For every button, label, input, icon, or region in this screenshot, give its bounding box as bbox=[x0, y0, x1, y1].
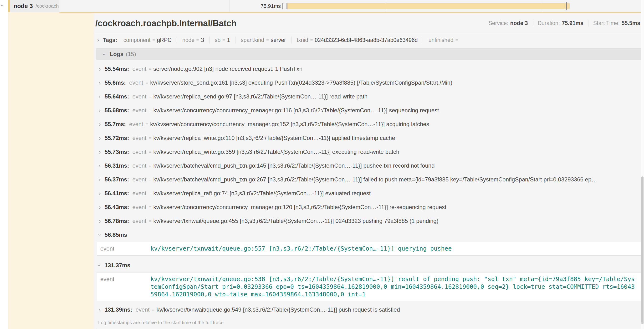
log-entry[interactable]: › 56.78ms: event = kv/kvserver/txnwait/q… bbox=[95, 214, 642, 228]
tag-key: unfinished bbox=[428, 37, 454, 44]
log-timestamp: 131.37ms bbox=[105, 262, 130, 269]
span-color-accent bbox=[8, 0, 10, 12]
logs-footer-note: Log timestamps are relative to the start… bbox=[96, 318, 642, 329]
tag-item: span.kind = server bbox=[241, 37, 286, 44]
tags-section-toggle[interactable]: › Tags: component = gRPC node = 3 sb = 1… bbox=[95, 34, 642, 47]
tag-item: component = gRPC bbox=[124, 37, 172, 44]
equals-sign: = bbox=[149, 66, 151, 72]
span-detail-header: /cockroach.roachpb.Internal/Batch Servic… bbox=[95, 13, 642, 34]
log-entry[interactable]: › 55.73ms: event = kv/kvserver/replica_w… bbox=[95, 145, 642, 159]
log-timestamp: 56.85ms bbox=[105, 232, 127, 238]
log-entry[interactable]: › 55.68ms: event = kv/kvserver/concurren… bbox=[95, 104, 642, 117]
log-field: event bbox=[132, 148, 146, 155]
tag-divider bbox=[423, 36, 423, 44]
chevron-right-icon: › bbox=[99, 190, 101, 196]
equals-sign: = bbox=[149, 149, 151, 154]
log-field: event bbox=[136, 306, 150, 313]
log-field: event bbox=[129, 80, 143, 86]
log-entry[interactable]: › 56.41ms: event = kv/kvserver/replica_r… bbox=[95, 186, 642, 200]
scrollbar-thumb[interactable] bbox=[642, 176, 644, 324]
log-entry-expanded-header[interactable]: › 131.37ms bbox=[95, 258, 642, 272]
span-duration-bar[interactable] bbox=[288, 3, 570, 9]
log-list: › 55.54ms: event = server/node.go:902 [n… bbox=[95, 60, 642, 329]
chevron-right-icon: › bbox=[99, 94, 101, 100]
log-field: event bbox=[132, 218, 146, 224]
log-field: event bbox=[132, 162, 146, 169]
tag-item: txnid = 024d3323-6c8f-4863-aa8b-37ab0e63… bbox=[297, 37, 418, 44]
equals-sign: = bbox=[222, 38, 225, 43]
timeline-track[interactable]: 75.91ms bbox=[59, 0, 644, 12]
equals-sign: = bbox=[152, 307, 154, 312]
chevron-right-icon: › bbox=[99, 149, 101, 155]
log-detail-value: kv/kvserver/txnwait/queue.go:538 [n3,s3,… bbox=[150, 275, 635, 298]
log-entry[interactable]: › 56.37ms: event = kv/kvserver/batcheval… bbox=[95, 172, 642, 186]
vertical-scrollbar[interactable] bbox=[641, 0, 644, 329]
log-timestamp: 56.41ms: bbox=[105, 190, 129, 197]
log-detail-table: event kv/kvserver/txnwait/queue.go:557 [… bbox=[97, 242, 642, 256]
log-timestamp: 55.72ms: bbox=[105, 135, 129, 141]
trace-span-detail-view: › node 3 /cockroach.roach… 75.91ms /cock… bbox=[0, 0, 644, 329]
equals-sign: = bbox=[146, 122, 148, 127]
equals-sign: = bbox=[152, 38, 155, 43]
log-timestamp: 131.39ms: bbox=[105, 306, 132, 313]
equals-sign: = bbox=[456, 38, 458, 43]
log-entry[interactable]: › 56.43ms: event = kv/kvserver/concurren… bbox=[95, 200, 642, 214]
equals-sign: = bbox=[149, 204, 151, 210]
log-entry[interactable]: › 55.6ms: event = kv/kvserver/store_send… bbox=[95, 76, 642, 90]
log-timestamp: 55.64ms: bbox=[105, 93, 129, 100]
log-timestamp: 55.6ms: bbox=[105, 80, 126, 86]
chevron-right-icon: › bbox=[97, 37, 99, 43]
equals-sign: = bbox=[149, 177, 151, 182]
log-entry[interactable]: › 55.72ms: event = kv/kvserver/replica_w… bbox=[95, 131, 642, 145]
chevron-down-icon[interactable]: › bbox=[0, 4, 6, 7]
log-entry[interactable]: › 131.39ms: event = kv/kvserver/txnwait/… bbox=[95, 303, 642, 316]
equals-sign: = bbox=[149, 136, 151, 141]
meta-divider bbox=[588, 20, 588, 26]
log-value: kv/kvserver/replica_write.go:359 [n3,s3,… bbox=[153, 148, 399, 155]
duration-value: 75.91ms bbox=[562, 20, 584, 26]
log-field: event bbox=[100, 275, 150, 298]
log-field: event bbox=[132, 204, 146, 210]
tag-item: node = 3 bbox=[182, 37, 204, 44]
tags-label: Tags: bbox=[103, 37, 117, 44]
equals-sign: = bbox=[149, 108, 151, 113]
logs-section-toggle[interactable]: › Logs (15) bbox=[96, 48, 642, 60]
chevron-down-icon: › bbox=[101, 53, 108, 55]
log-timestamp: 56.37ms: bbox=[105, 176, 129, 183]
log-timestamp: 55.54ms: bbox=[105, 66, 129, 72]
log-value: kv/kvserver/store_send.go:161 [n3,s3] ex… bbox=[150, 80, 452, 86]
log-field: event bbox=[132, 93, 146, 100]
log-timestamp: 55.68ms: bbox=[105, 107, 129, 114]
log-timestamp: 56.78ms: bbox=[105, 218, 129, 224]
log-detail-line: 59864.162819000,0 wto=false max=16043598… bbox=[150, 290, 635, 298]
chevron-down-icon: › bbox=[96, 234, 103, 236]
duration-label: Duration: bbox=[538, 20, 560, 26]
chevron-right-icon: › bbox=[99, 107, 101, 114]
tag-divider bbox=[235, 36, 236, 44]
log-detail-line: temConfigSpan/Start pri=0.03293366 epo=0… bbox=[150, 283, 635, 290]
log-entry[interactable]: › 55.54ms: event = server/node.go:902 [n… bbox=[95, 62, 642, 76]
service-value: node 3 bbox=[510, 20, 528, 26]
tag-key: node bbox=[182, 37, 194, 44]
chevron-right-icon: › bbox=[99, 176, 101, 182]
log-value: kv/kvserver/replica_write.go:110 [n3,s3,… bbox=[153, 135, 395, 141]
log-entry[interactable]: › 55.7ms: event = kv/kvserver/concurrenc… bbox=[95, 117, 642, 131]
equals-sign: = bbox=[266, 38, 269, 43]
log-entry-expanded-header[interactable]: › 56.85ms bbox=[95, 228, 642, 242]
chevron-right-icon: › bbox=[99, 135, 101, 141]
log-entry[interactable]: › 55.64ms: event = kv/kvserver/replica_s… bbox=[95, 90, 642, 104]
equals-sign: = bbox=[149, 163, 151, 168]
equals-sign: = bbox=[149, 94, 151, 99]
timeline-gridline bbox=[230, 0, 230, 12]
chevron-right-icon: › bbox=[99, 121, 101, 127]
log-value: kv/kvserver/replica_send.go:97 [n3,s3,r6… bbox=[153, 93, 368, 100]
span-name-tab[interactable]: node 3 /cockroach.roach… bbox=[10, 0, 59, 12]
log-value: kv/kvserver/batcheval/cmd_push_txn.go:26… bbox=[153, 176, 597, 183]
tag-divider bbox=[177, 36, 177, 44]
chevron-right-icon: › bbox=[99, 218, 101, 224]
log-entry[interactable]: › 56.31ms: event = kv/kvserver/batcheval… bbox=[95, 159, 642, 172]
meta-divider bbox=[533, 20, 533, 26]
span-row-background bbox=[8, 12, 94, 329]
tag-divider bbox=[209, 36, 210, 44]
chevron-right-icon: › bbox=[99, 306, 101, 313]
